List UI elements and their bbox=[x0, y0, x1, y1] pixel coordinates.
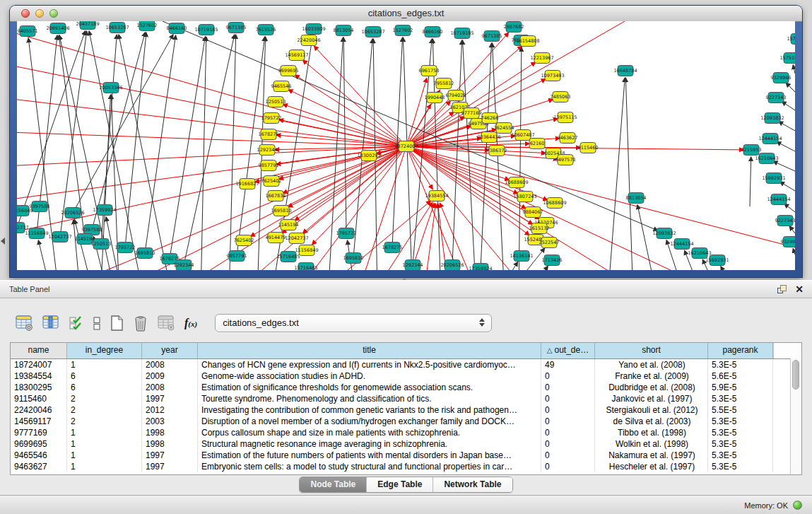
network-node[interactable]: 7615526 bbox=[256, 25, 276, 35]
network-edge[interactable] bbox=[17, 25, 406, 146]
table-cell[interactable]: 22420046 bbox=[11, 404, 67, 416]
network-node[interactable]: 15716485 bbox=[294, 263, 317, 271]
table-cell[interactable]: Corpus callosum shape and size in male p… bbox=[198, 427, 541, 438]
network-node[interactable]: 2522547 bbox=[539, 238, 560, 248]
table-cell[interactable]: 1997 bbox=[142, 450, 198, 461]
column-header-year[interactable]: year bbox=[142, 343, 198, 358]
table-cell[interactable]: 2003 bbox=[142, 416, 198, 427]
network-node[interactable]: 15751074 bbox=[787, 34, 795, 45]
network-node[interactable]: 17359924 bbox=[469, 264, 492, 271]
table-cell[interactable]: 0 bbox=[541, 382, 595, 393]
network-graph[interactable]: 1872400718300295193845549405571206914062… bbox=[17, 21, 795, 270]
table-cell[interactable]: Tibbo et al. (1998) bbox=[595, 427, 708, 438]
table-cell[interactable]: Yano et al. (2008) bbox=[595, 359, 708, 370]
network-node[interactable]: 746266 bbox=[481, 113, 499, 124]
network-edge[interactable] bbox=[295, 146, 406, 221]
network-node[interactable]: 10719185 bbox=[194, 25, 218, 35]
table-cell[interactable]: 5.3E-5 bbox=[708, 393, 773, 404]
table-cell[interactable]: 2 bbox=[67, 416, 142, 427]
network-node[interactable]: 16033809 bbox=[302, 24, 325, 35]
network-node[interactable]: 9671385 bbox=[226, 23, 247, 33]
row-height-icon[interactable] bbox=[93, 316, 101, 331]
network-edge[interactable] bbox=[625, 78, 633, 270]
table-row[interactable]: 946554611997Estimation of the future num… bbox=[11, 450, 801, 461]
network-node[interactable]: 9777169 bbox=[461, 108, 482, 119]
show-column-icon[interactable] bbox=[42, 315, 60, 331]
network-node[interactable]: 20206526 bbox=[440, 260, 464, 271]
network-node[interactable]: 19166827 bbox=[235, 179, 259, 189]
network-node[interactable]: 1615132 bbox=[529, 223, 550, 234]
table-cell[interactable]: 49 bbox=[541, 359, 595, 370]
table-cell[interactable]: 0 bbox=[541, 438, 595, 450]
network-node[interactable]: 1527602 bbox=[393, 25, 413, 36]
delete-table-icon[interactable] bbox=[133, 315, 148, 332]
network-node[interactable]: 9465546 bbox=[271, 81, 292, 92]
table-row[interactable]: 1456911722003Disruption of a novel membe… bbox=[11, 416, 801, 427]
network-node[interactable]: 10653287 bbox=[361, 27, 384, 37]
network-edge[interactable] bbox=[302, 60, 406, 146]
network-edge[interactable] bbox=[608, 78, 625, 270]
network-edge[interactable] bbox=[777, 142, 795, 151]
network-table-selector[interactable]: citations_edges.txt bbox=[215, 314, 492, 332]
network-node[interactable]: 1292344 bbox=[403, 260, 423, 271]
network-node[interactable]: 1292344 bbox=[257, 145, 278, 156]
network-edge[interactable] bbox=[793, 248, 795, 255]
table-row[interactable]: 1872400712008Changes of HCN gene express… bbox=[11, 359, 801, 370]
table-cell[interactable]: 1 bbox=[67, 438, 142, 450]
network-node[interactable]: 1678275 bbox=[382, 243, 403, 253]
table-cell[interactable]: 5.3E-5 bbox=[708, 427, 773, 438]
table-cell[interactable]: Nakamura et al. (1997) bbox=[595, 450, 708, 461]
table-cell[interactable]: 9777169 bbox=[11, 427, 67, 438]
network-window-titlebar[interactable]: citations_edges.txt bbox=[10, 6, 802, 22]
network-node[interactable]: 9405571 bbox=[18, 26, 38, 37]
table-cell[interactable]: 14569117 bbox=[11, 416, 67, 427]
table-cell[interactable]: Dudbridge et al. (2008) bbox=[595, 382, 708, 393]
table-options-icon[interactable] bbox=[16, 315, 33, 331]
table-cell[interactable]: 0 bbox=[541, 404, 595, 416]
table-cell[interactable]: Estimation of significance thresholds fo… bbox=[198, 382, 541, 393]
network-edge[interactable] bbox=[637, 205, 657, 270]
minimize-window-icon[interactable] bbox=[35, 9, 44, 18]
network-node[interactable]: 22420046 bbox=[297, 35, 320, 46]
network-node[interactable]: 9115460 bbox=[578, 143, 599, 153]
network-edge[interactable] bbox=[119, 35, 172, 270]
network-edge[interactable] bbox=[38, 240, 52, 270]
table-cell[interactable]: 9463627 bbox=[11, 461, 67, 472]
column-header-title[interactable]: title bbox=[198, 343, 541, 358]
table-cell[interactable]: Estimation of the future numbers of pati… bbox=[198, 450, 541, 461]
network-node[interactable]: 9227343 bbox=[766, 93, 787, 103]
network-node[interactable]: 12093832 bbox=[760, 113, 784, 124]
network-edge[interactable] bbox=[406, 146, 526, 209]
column-header-pagerank[interactable]: pagerank bbox=[708, 343, 773, 358]
network-node[interactable]: 1795722 bbox=[336, 228, 357, 239]
table-cell[interactable]: 0 bbox=[541, 461, 595, 472]
table-cell[interactable]: 0 bbox=[541, 370, 595, 382]
network-node[interactable]: 2887682 bbox=[504, 22, 524, 33]
table-cell[interactable]: Embryonic stem cells: a model to study s… bbox=[198, 461, 541, 472]
table-row[interactable]: 911546021997Tourette syndrome. Phenomeno… bbox=[11, 393, 801, 404]
network-node[interactable]: 1695810 bbox=[271, 206, 292, 216]
network-edge[interactable] bbox=[229, 35, 236, 270]
network-node[interactable]: 7485063 bbox=[551, 92, 571, 103]
network-edge[interactable] bbox=[283, 146, 406, 193]
network-edge[interactable] bbox=[463, 40, 476, 270]
network-node[interactable]: 1250513 bbox=[91, 239, 112, 250]
network-node[interactable]: 20691406 bbox=[46, 23, 69, 34]
network-edge[interactable] bbox=[312, 146, 406, 245]
network-edge[interactable] bbox=[721, 267, 739, 270]
table-cell[interactable]: Franke et al. (2009) bbox=[595, 370, 708, 382]
table-cell[interactable]: Investigating the contribution of common… bbox=[198, 404, 541, 416]
table-cell[interactable]: 1 bbox=[67, 359, 142, 370]
close-panel-icon[interactable]: ✕ bbox=[795, 284, 804, 294]
network-node[interactable]: 15751074 bbox=[779, 53, 795, 64]
network-node[interactable]: 7625402 bbox=[261, 176, 282, 187]
table-cell[interactable]: 5.3E-5 bbox=[708, 438, 773, 450]
network-node[interactable]: 62160 bbox=[529, 139, 545, 149]
collapse-left-panel-icon[interactable] bbox=[1, 238, 5, 245]
table-cell[interactable]: Wolkin et al. (1998) bbox=[595, 438, 708, 450]
table-cell[interactable]: 2 bbox=[67, 393, 142, 404]
network-node[interactable]: 7625402 bbox=[234, 235, 254, 246]
network-edge[interactable] bbox=[452, 40, 462, 265]
network-node[interactable]: 1795722 bbox=[261, 113, 282, 124]
network-edge[interactable] bbox=[73, 220, 81, 270]
